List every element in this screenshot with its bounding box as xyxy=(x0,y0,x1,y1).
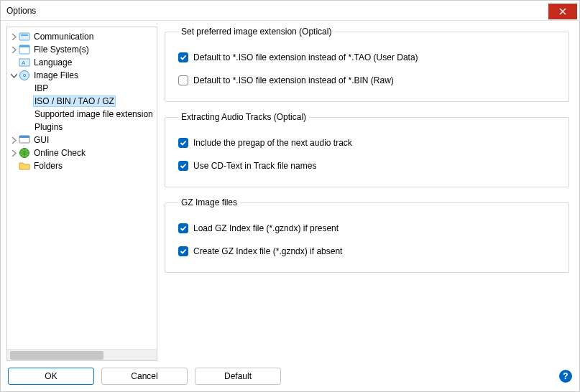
window-title: Options xyxy=(6,6,36,16)
settings-content: Set preferred image extension (Optical) … xyxy=(163,27,574,361)
communication-icon xyxy=(19,31,30,42)
close-icon xyxy=(559,8,566,15)
help-icon: ? xyxy=(563,371,568,381)
checkbox-icon xyxy=(178,75,188,85)
cancel-button[interactable]: Cancel xyxy=(101,368,188,385)
tree-item-ibp[interactable]: IBP xyxy=(9,82,155,95)
svg-text:A: A xyxy=(22,60,26,66)
tree-item-supported[interactable]: Supported image file extension xyxy=(9,108,155,121)
checkbox-cdtext[interactable]: Use CD-Text in Track file names xyxy=(178,161,558,171)
scrollbar-thumb[interactable] xyxy=(10,351,103,360)
checkbox-icon xyxy=(178,138,188,148)
checkbox-icon xyxy=(178,161,188,171)
tree-item-communication[interactable]: Communication xyxy=(9,30,155,43)
chevron-right-icon[interactable] xyxy=(9,45,19,55)
svg-rect-3 xyxy=(19,45,29,47)
chevron-right-icon[interactable] xyxy=(9,148,19,158)
close-button[interactable] xyxy=(548,4,577,19)
group-extract-audio: Extracting Audio Tracks (Optical) Includ… xyxy=(165,112,569,187)
checkbox-default-tao[interactable]: Default to *.ISO file extension instead … xyxy=(178,52,558,62)
dialog-footer: OK Cancel Default ? xyxy=(1,361,579,391)
group-gz-image: GZ Image files Load GZ Index file (*.gzn… xyxy=(165,197,569,273)
checkbox-icon xyxy=(178,52,188,62)
tree-item-gui[interactable]: GUI xyxy=(9,134,155,146)
group-preferred-extension: Set preferred image extension (Optical) … xyxy=(165,27,569,102)
checkbox-icon xyxy=(178,246,188,256)
ok-button[interactable]: OK xyxy=(8,368,94,385)
folder-icon xyxy=(19,160,30,172)
checkbox-include-pregap[interactable]: Include the pregap of the next audio tra… xyxy=(178,138,558,148)
globe-icon xyxy=(19,147,30,159)
tree-item-plugins[interactable]: Plugins xyxy=(9,121,155,134)
group-legend: Extracting Audio Tracks (Optical) xyxy=(178,112,309,122)
gui-icon xyxy=(19,134,30,146)
tree-item-selected: ISO / BIN / TAO / GZ xyxy=(33,95,116,107)
help-button[interactable]: ? xyxy=(559,370,572,383)
chevron-right-icon[interactable] xyxy=(9,32,19,42)
titlebar: Options xyxy=(1,1,579,21)
checkbox-label: Default to *.ISO file extension instead … xyxy=(193,52,418,62)
tree-item-folders[interactable]: Folders xyxy=(9,159,155,172)
tree-item-onlinecheck[interactable]: Online Check xyxy=(9,146,155,159)
svg-rect-1 xyxy=(21,34,28,36)
default-button[interactable]: Default xyxy=(195,368,281,385)
group-legend: GZ Image files xyxy=(178,197,240,207)
checkbox-label: Load GZ Index file (*.gzndx) if present xyxy=(193,223,339,233)
checkbox-label: Use CD-Text in Track file names xyxy=(193,161,316,171)
checkbox-default-bin[interactable]: Default to *.ISO file extension instead … xyxy=(178,75,558,85)
svg-rect-9 xyxy=(19,136,29,138)
group-legend: Set preferred image extension (Optical) xyxy=(178,27,334,37)
checkbox-label: Default to *.ISO file extension instead … xyxy=(193,75,394,85)
chevron-down-icon[interactable] xyxy=(9,70,19,80)
checkbox-icon xyxy=(178,223,188,233)
options-dialog: Options Communication File System(s) xyxy=(0,0,580,392)
language-icon: A xyxy=(19,57,30,68)
nav-tree[interactable]: Communication File System(s) A Language … xyxy=(7,27,157,349)
nav-tree-panel: Communication File System(s) A Language … xyxy=(6,27,157,361)
chevron-right-icon[interactable] xyxy=(9,135,19,145)
svg-rect-0 xyxy=(19,33,29,40)
disc-icon xyxy=(19,70,30,81)
tree-item-filesystems[interactable]: File System(s) xyxy=(9,43,155,56)
svg-point-7 xyxy=(23,74,25,76)
checkbox-create-gzndx[interactable]: Create GZ Index file (*.gzndx) if absent xyxy=(178,246,558,256)
tree-item-imagefiles[interactable]: Image Files xyxy=(9,69,155,82)
tree-item-isobin[interactable]: ISO / BIN / TAO / GZ xyxy=(9,95,155,108)
checkbox-load-gzndx[interactable]: Load GZ Index file (*.gzndx) if present xyxy=(178,223,558,233)
tree-horizontal-scrollbar[interactable] xyxy=(7,349,157,360)
tree-item-language[interactable]: A Language xyxy=(9,56,155,69)
filesystem-icon xyxy=(19,44,30,55)
checkbox-label: Create GZ Index file (*.gzndx) if absent xyxy=(193,246,342,256)
checkbox-label: Include the pregap of the next audio tra… xyxy=(193,138,352,148)
